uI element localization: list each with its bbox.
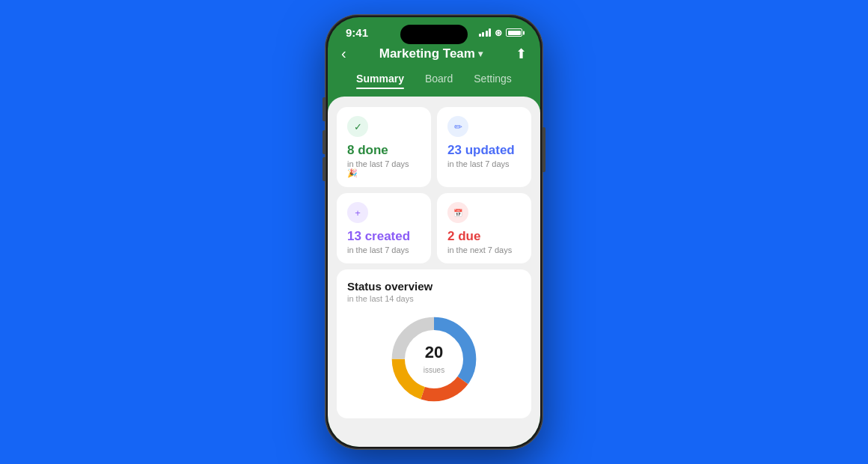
updated-number: 23 updated — [447, 143, 521, 158]
dynamic-island — [400, 25, 468, 44]
updated-icon: ✏ — [447, 116, 468, 137]
battery-fill — [508, 31, 521, 35]
due-label: in the next 7 days — [447, 245, 521, 254]
back-button[interactable]: ‹ — [341, 45, 346, 62]
wifi-icon: ⊛ — [495, 28, 502, 38]
phone-frame: 9:41 ⊛ ‹ Marketing Team ▾ ⬆ — [326, 15, 542, 449]
done-icon: ✓ — [347, 116, 368, 137]
phone-screen: 9:41 ⊛ ‹ Marketing Team ▾ ⬆ — [328, 17, 540, 447]
due-number: 2 due — [447, 229, 521, 244]
created-number: 13 created — [347, 229, 421, 244]
nav-bar: ‹ Marketing Team ▾ ⬆ — [328, 42, 540, 68]
tab-settings[interactable]: Settings — [463, 68, 522, 89]
battery-icon — [506, 28, 522, 37]
stat-card-due[interactable]: 📅 2 due in the next 7 days — [437, 193, 531, 263]
donut-total-label: issues — [424, 366, 444, 374]
donut-total-number: 20 — [424, 343, 444, 362]
stat-card-created[interactable]: + 13 created in the last 7 days — [337, 193, 431, 263]
stat-card-done[interactable]: ✓ 8 done in the last 7 days 🎉 — [337, 107, 431, 187]
created-icon: + — [347, 202, 368, 223]
status-icons: ⊛ — [479, 28, 523, 38]
signal-bars-icon — [479, 28, 492, 37]
tab-board[interactable]: Board — [415, 68, 463, 89]
overview-subtitle: in the last 14 days — [347, 294, 521, 303]
status-bar: 9:41 ⊛ — [328, 17, 540, 42]
nav-dropdown-icon[interactable]: ▾ — [478, 49, 483, 59]
done-label: in the last 7 days 🎉 — [347, 159, 421, 178]
updated-label: in the last 7 days — [447, 159, 521, 168]
created-label: in the last 7 days — [347, 245, 421, 254]
due-icon: 📅 — [447, 202, 468, 223]
stat-card-updated[interactable]: ✏ 23 updated in the last 7 days — [437, 107, 531, 187]
tab-summary[interactable]: Summary — [346, 68, 415, 89]
done-number: 8 done — [347, 143, 421, 158]
donut-center: 20 issues — [424, 343, 444, 376]
overview-title: Status overview — [347, 280, 521, 293]
overview-card: Status overview in the last 14 days — [337, 269, 531, 418]
stats-grid: ✓ 8 done in the last 7 days 🎉 ✏ 23 updat… — [337, 107, 531, 263]
donut-chart-container: 20 issues — [347, 311, 521, 408]
nav-title: Marketing Team ▾ — [379, 46, 483, 61]
status-time: 9:41 — [346, 26, 368, 39]
tab-bar: Summary Board Settings — [328, 68, 540, 97]
share-button[interactable]: ⬆ — [516, 46, 527, 62]
main-content: ✓ 8 done in the last 7 days 🎉 ✏ 23 updat… — [328, 97, 540, 447]
nav-title-text: Marketing Team — [379, 46, 475, 61]
